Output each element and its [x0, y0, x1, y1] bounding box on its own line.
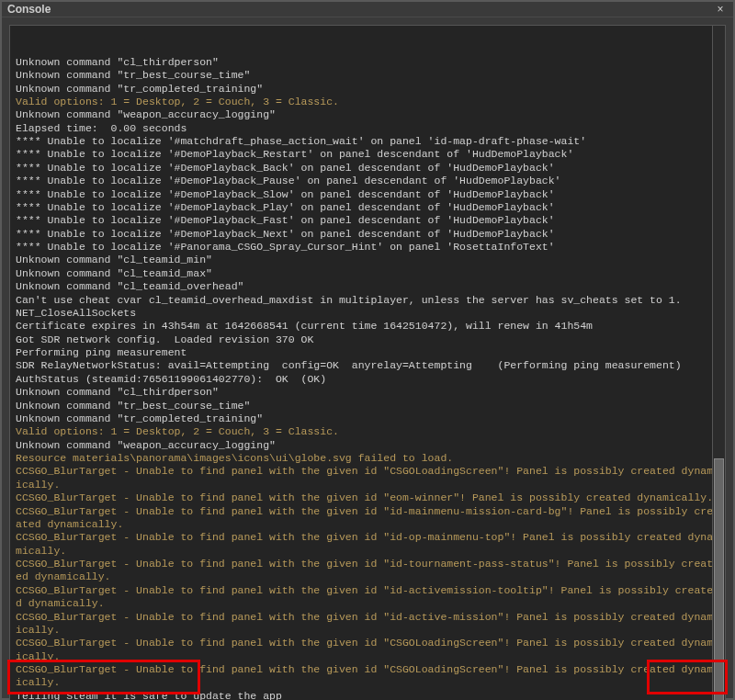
log-line: Got SDR network config. Loaded revision … [16, 333, 719, 346]
scrollbar[interactable] [712, 26, 725, 700]
log-line: CCSGO_BlurTarget - Unable to find panel … [16, 531, 719, 558]
scrollbar-thumb[interactable] [714, 458, 724, 700]
log-line: CCSGO_BlurTarget - Unable to find panel … [16, 663, 719, 690]
log-line: SDR RelayNetworkStatus: avail=Attempting… [16, 359, 719, 372]
log-line: Unknown command "cl_teamid_min" [16, 254, 719, 266]
log-line: Can't use cheat cvar cl_teamid_overhead_… [16, 294, 719, 307]
log-line: **** Unable to localize '#DemoPlayback_P… [16, 201, 719, 214]
log-line: CCSGO_BlurTarget - Unable to find panel … [16, 637, 719, 663]
log-line: **** Unable to localize '#DemoPlayback_B… [16, 162, 719, 175]
log-line: Unknown command "tr_best_course_time" [16, 400, 719, 412]
log-line: Performing ping measurement [16, 346, 719, 359]
log-line: **** Unable to localize '#matchdraft_pha… [16, 135, 719, 148]
log-line: **** Unable to localize '#DemoPlayback_R… [16, 148, 719, 161]
log-line: Unknown command "tr_best_course_time" [16, 69, 719, 82]
log-line: Unknown command "cl_thirdperson" [16, 56, 719, 69]
titlebar: Console × [2, 2, 733, 17]
log-line: **** Unable to localize '#DemoPlayback_S… [16, 188, 719, 201]
console-log[interactable]: Unknown command "cl_thirdperson"Unknown … [9, 25, 726, 700]
log-line: AuthStatus (steamid:76561199061402770): … [16, 373, 719, 386]
window-title: Console [7, 3, 51, 16]
log-line: Unknown command "tr_completed_training" [16, 83, 719, 96]
log-line: Certificate expires in 43h54m at 1642668… [16, 320, 719, 333]
log-line: Valid options: 1 = Desktop, 2 = Couch, 3… [16, 425, 719, 438]
log-line: **** Unable to localize '#DemoPlayback_P… [16, 175, 719, 187]
log-line: **** Unable to localize '#DemoPlayback_F… [16, 214, 719, 227]
log-line: **** Unable to localize '#Panorama_CSGO_… [16, 241, 719, 254]
log-line: CCSGO_BlurTarget - Unable to find panel … [16, 491, 719, 504]
log-line: Telling Steam it is safe to update the a… [16, 690, 719, 700]
log-line: CCSGO_BlurTarget - Unable to find panel … [16, 558, 719, 584]
log-line: Valid options: 1 = Desktop, 2 = Couch, 3… [16, 96, 719, 108]
log-line: **** Unable to localize '#DemoPlayback_N… [16, 228, 719, 241]
log-line: CCSGO_BlurTarget - Unable to find panel … [16, 584, 719, 611]
log-line: CCSGO_BlurTarget - Unable to find panel … [16, 505, 719, 532]
window-body: Unknown command "cl_thirdperson"Unknown … [2, 17, 733, 700]
log-line: Unknown command "cl_thirdperson" [16, 386, 719, 399]
console-window: Console × Unknown command "cl_thirdperso… [0, 0, 735, 700]
log-line: Unknown command "weapon_accuracy_logging… [16, 108, 719, 121]
log-line: CCSGO_BlurTarget - Unable to find panel … [16, 611, 719, 638]
log-line: Unknown command "cl_teamid_max" [16, 267, 719, 280]
log-line: NET_CloseAllSockets [16, 307, 719, 320]
log-line: Unknown command "cl_teamid_overhead" [16, 280, 719, 293]
log-line: Elapsed time: 0.00 seconds [16, 122, 719, 135]
log-line: Unknown command "tr_completed_training" [16, 412, 719, 425]
close-icon[interactable]: × [713, 2, 728, 17]
log-line: Resource materials\panorama\images\icons… [16, 452, 719, 465]
log-line: Unknown command "weapon_accuracy_logging… [16, 439, 719, 452]
log-line: CCSGO_BlurTarget - Unable to find panel … [16, 465, 719, 491]
